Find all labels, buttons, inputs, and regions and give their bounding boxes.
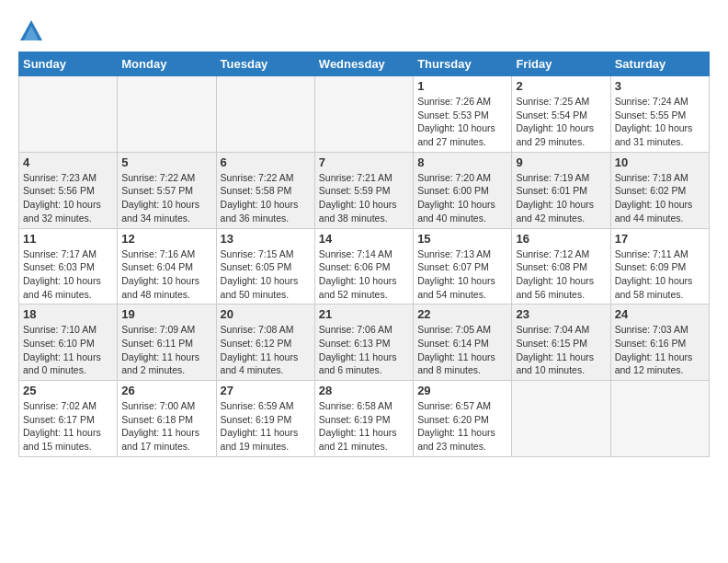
calendar-cell: 9Sunrise: 7:19 AM Sunset: 6:01 PM Daylig… xyxy=(512,152,610,228)
day-header: Tuesday xyxy=(216,52,314,76)
day-info: Sunrise: 7:10 AM Sunset: 6:10 PM Dayligh… xyxy=(23,323,113,377)
day-info: Sunrise: 7:15 AM Sunset: 6:05 PM Dayligh… xyxy=(221,247,311,302)
calendar-week: 18Sunrise: 7:10 AM Sunset: 6:10 PM Dayli… xyxy=(19,304,710,381)
calendar: SundayMondayTuesdayWednesdayThursdayFrid… xyxy=(18,52,710,457)
day-info: Sunrise: 7:08 AM Sunset: 6:12 PM Dayligh… xyxy=(221,323,311,377)
day-info: Sunrise: 7:23 AM Sunset: 5:56 PM Dayligh… xyxy=(23,171,113,225)
day-header: Wednesday xyxy=(314,52,413,76)
logo xyxy=(18,18,48,44)
day-number: 20 xyxy=(221,307,311,321)
calendar-cell: 22Sunrise: 7:05 AM Sunset: 6:14 PM Dayli… xyxy=(414,304,512,381)
calendar-cell: 23Sunrise: 7:04 AM Sunset: 6:15 PM Dayli… xyxy=(512,304,610,381)
calendar-cell: 24Sunrise: 7:03 AM Sunset: 6:16 PM Dayli… xyxy=(610,304,709,381)
day-number: 16 xyxy=(516,232,606,246)
calendar-week: 4Sunrise: 7:23 AM Sunset: 5:56 PM Daylig… xyxy=(19,152,710,228)
day-info: Sunrise: 7:02 AM Sunset: 6:17 PM Dayligh… xyxy=(23,399,113,454)
day-info: Sunrise: 7:20 AM Sunset: 6:00 PM Dayligh… xyxy=(417,171,507,225)
calendar-cell: 27Sunrise: 6:59 AM Sunset: 6:19 PM Dayli… xyxy=(216,381,314,457)
day-info: Sunrise: 7:12 AM Sunset: 6:08 PM Dayligh… xyxy=(516,247,606,302)
day-info: Sunrise: 7:22 AM Sunset: 5:57 PM Dayligh… xyxy=(121,171,211,225)
calendar-cell: 21Sunrise: 7:06 AM Sunset: 6:13 PM Dayli… xyxy=(314,304,413,381)
calendar-cell xyxy=(610,381,709,457)
day-info: Sunrise: 6:59 AM Sunset: 6:19 PM Dayligh… xyxy=(221,399,311,454)
day-number: 11 xyxy=(23,232,113,246)
day-number: 21 xyxy=(319,307,409,321)
day-info: Sunrise: 6:57 AM Sunset: 6:20 PM Dayligh… xyxy=(417,399,507,454)
calendar-cell: 18Sunrise: 7:10 AM Sunset: 6:10 PM Dayli… xyxy=(19,304,118,381)
day-info: Sunrise: 7:25 AM Sunset: 5:54 PM Dayligh… xyxy=(516,95,606,149)
calendar-cell xyxy=(512,381,610,457)
day-number: 7 xyxy=(319,155,409,169)
day-info: Sunrise: 7:13 AM Sunset: 6:07 PM Dayligh… xyxy=(417,247,507,302)
calendar-cell: 15Sunrise: 7:13 AM Sunset: 6:07 PM Dayli… xyxy=(414,228,512,304)
day-header: Friday xyxy=(512,52,610,76)
day-info: Sunrise: 7:04 AM Sunset: 6:15 PM Dayligh… xyxy=(516,323,606,377)
calendar-cell: 11Sunrise: 7:17 AM Sunset: 6:03 PM Dayli… xyxy=(19,228,118,304)
day-info: Sunrise: 7:26 AM Sunset: 5:53 PM Dayligh… xyxy=(417,95,507,149)
calendar-week: 1Sunrise: 7:26 AM Sunset: 5:53 PM Daylig… xyxy=(19,76,710,153)
day-info: Sunrise: 7:21 AM Sunset: 5:59 PM Dayligh… xyxy=(319,171,409,225)
calendar-cell: 12Sunrise: 7:16 AM Sunset: 6:04 PM Dayli… xyxy=(118,228,216,304)
day-info: Sunrise: 7:11 AM Sunset: 6:09 PM Dayligh… xyxy=(615,247,705,302)
calendar-cell xyxy=(118,76,216,153)
day-number: 27 xyxy=(221,384,311,397)
day-number: 29 xyxy=(417,384,507,397)
calendar-cell: 17Sunrise: 7:11 AM Sunset: 6:09 PM Dayli… xyxy=(610,228,709,304)
day-info: Sunrise: 7:22 AM Sunset: 5:58 PM Dayligh… xyxy=(221,171,311,225)
calendar-cell: 16Sunrise: 7:12 AM Sunset: 6:08 PM Dayli… xyxy=(512,228,610,304)
day-number: 23 xyxy=(516,307,606,321)
calendar-cell: 13Sunrise: 7:15 AM Sunset: 6:05 PM Dayli… xyxy=(216,228,314,304)
day-number: 12 xyxy=(121,232,211,246)
calendar-cell: 7Sunrise: 7:21 AM Sunset: 5:59 PM Daylig… xyxy=(314,152,413,228)
day-number: 22 xyxy=(417,307,507,321)
header-row: SundayMondayTuesdayWednesdayThursdayFrid… xyxy=(19,52,710,76)
day-number: 28 xyxy=(319,384,409,397)
calendar-cell: 28Sunrise: 6:58 AM Sunset: 6:19 PM Dayli… xyxy=(314,381,413,457)
page: SundayMondayTuesdayWednesdayThursdayFrid… xyxy=(0,0,728,563)
calendar-cell: 14Sunrise: 7:14 AM Sunset: 6:06 PM Dayli… xyxy=(314,228,413,304)
calendar-cell: 19Sunrise: 7:09 AM Sunset: 6:11 PM Dayli… xyxy=(118,304,216,381)
day-number: 17 xyxy=(615,232,705,246)
day-number: 10 xyxy=(615,155,705,169)
calendar-cell: 26Sunrise: 7:00 AM Sunset: 6:18 PM Dayli… xyxy=(118,381,216,457)
day-info: Sunrise: 7:19 AM Sunset: 6:01 PM Dayligh… xyxy=(516,171,606,225)
day-info: Sunrise: 7:14 AM Sunset: 6:06 PM Dayligh… xyxy=(319,247,409,302)
day-header: Sunday xyxy=(19,52,118,76)
day-number: 14 xyxy=(319,232,409,246)
day-number: 3 xyxy=(615,79,705,93)
day-info: Sunrise: 7:06 AM Sunset: 6:13 PM Dayligh… xyxy=(319,323,409,377)
day-info: Sunrise: 7:00 AM Sunset: 6:18 PM Dayligh… xyxy=(121,399,211,454)
calendar-cell: 10Sunrise: 7:18 AM Sunset: 6:02 PM Dayli… xyxy=(610,152,709,228)
day-info: Sunrise: 7:09 AM Sunset: 6:11 PM Dayligh… xyxy=(121,323,211,377)
day-number: 6 xyxy=(221,155,311,169)
day-number: 15 xyxy=(417,232,507,246)
day-info: Sunrise: 6:58 AM Sunset: 6:19 PM Dayligh… xyxy=(319,399,409,454)
day-number: 4 xyxy=(23,155,113,169)
calendar-cell xyxy=(216,76,314,153)
day-header: Thursday xyxy=(414,52,512,76)
day-info: Sunrise: 7:16 AM Sunset: 6:04 PM Dayligh… xyxy=(121,247,211,302)
day-number: 26 xyxy=(121,384,211,397)
calendar-cell: 3Sunrise: 7:24 AM Sunset: 5:55 PM Daylig… xyxy=(610,76,709,153)
day-header: Saturday xyxy=(610,52,709,76)
calendar-cell: 8Sunrise: 7:20 AM Sunset: 6:00 PM Daylig… xyxy=(414,152,512,228)
day-info: Sunrise: 7:05 AM Sunset: 6:14 PM Dayligh… xyxy=(417,323,507,377)
calendar-cell: 29Sunrise: 6:57 AM Sunset: 6:20 PM Dayli… xyxy=(414,381,512,457)
calendar-cell: 20Sunrise: 7:08 AM Sunset: 6:12 PM Dayli… xyxy=(216,304,314,381)
day-number: 25 xyxy=(23,384,113,397)
day-number: 19 xyxy=(121,307,211,321)
calendar-cell: 2Sunrise: 7:25 AM Sunset: 5:54 PM Daylig… xyxy=(512,76,610,153)
day-number: 13 xyxy=(221,232,311,246)
day-number: 2 xyxy=(516,79,606,93)
calendar-week: 11Sunrise: 7:17 AM Sunset: 6:03 PM Dayli… xyxy=(19,228,710,304)
calendar-cell: 4Sunrise: 7:23 AM Sunset: 5:56 PM Daylig… xyxy=(19,152,118,228)
day-number: 8 xyxy=(417,155,507,169)
calendar-cell xyxy=(314,76,413,153)
calendar-cell: 1Sunrise: 7:26 AM Sunset: 5:53 PM Daylig… xyxy=(414,76,512,153)
logo-icon xyxy=(18,18,44,44)
day-number: 1 xyxy=(417,79,507,93)
day-number: 24 xyxy=(615,307,705,321)
day-number: 9 xyxy=(516,155,606,169)
day-number: 18 xyxy=(23,307,113,321)
calendar-cell: 5Sunrise: 7:22 AM Sunset: 5:57 PM Daylig… xyxy=(118,152,216,228)
